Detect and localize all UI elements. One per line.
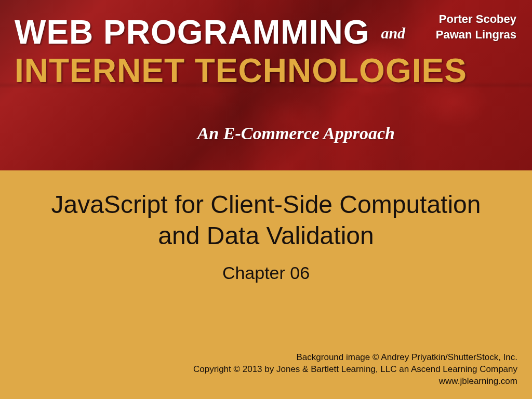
book-title-block: WEB PROGRAMMING and INTERNET TECHNOLOGIE… bbox=[15, 16, 467, 87]
book-banner: Porter Scobey Pawan Lingras WEB PROGRAMM… bbox=[0, 0, 532, 170]
chapter-label: Chapter 06 bbox=[222, 263, 310, 283]
title-conjunction: and bbox=[381, 24, 405, 42]
title-line-2: INTERNET TECHNOLOGIES bbox=[15, 54, 467, 87]
publisher-url: www.jblearning.com bbox=[193, 376, 517, 388]
credits-block: Background image © Andrey Priyatkin/Shut… bbox=[193, 352, 517, 388]
chapter-title: JavaScript for Client-Side Computation a… bbox=[32, 189, 500, 251]
copyright-text: Copyright © 2013 by Jones & Bartlett Lea… bbox=[193, 364, 517, 376]
content-panel: JavaScript for Client-Side Computation a… bbox=[0, 170, 532, 399]
background-credit: Background image © Andrey Priyatkin/Shut… bbox=[193, 352, 517, 364]
title-line-1: WEB PROGRAMMING bbox=[15, 14, 369, 51]
title-line-1-wrap: WEB PROGRAMMING and bbox=[15, 16, 467, 49]
book-subtitle: An E-Commerce Approach bbox=[0, 124, 395, 143]
